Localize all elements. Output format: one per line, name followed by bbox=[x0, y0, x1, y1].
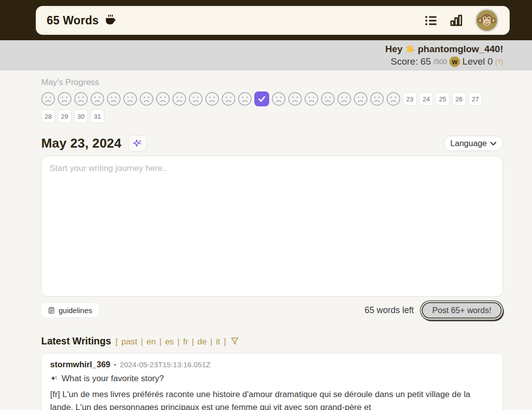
day-27-tile[interactable]: 27 bbox=[468, 92, 482, 106]
language-filters: [past|en|es|fr|de|it] bbox=[116, 337, 226, 347]
filter-bracket-open: [ bbox=[116, 337, 118, 347]
waving-hand-icon bbox=[405, 44, 415, 54]
progress-title: May's Progress bbox=[41, 78, 503, 87]
latest-writings-title: Latest Writings bbox=[41, 335, 111, 347]
monkey-avatar[interactable] bbox=[475, 8, 499, 32]
guidelines-label: guidelines bbox=[59, 306, 92, 315]
filter-fr[interactable]: fr bbox=[183, 337, 188, 347]
progress-row-2: 28293031 bbox=[41, 109, 503, 123]
filter-bracket-close: ] bbox=[224, 337, 226, 347]
day-16-missed-sad-face-icon[interactable] bbox=[288, 92, 302, 106]
list-icon[interactable] bbox=[424, 14, 438, 27]
score-value: 65 bbox=[420, 56, 431, 67]
writing-textarea[interactable] bbox=[41, 156, 503, 297]
level-label: Level 0 bbox=[462, 56, 493, 67]
day-30-tile[interactable]: 30 bbox=[74, 109, 88, 123]
progress-row-1: 2324252627 bbox=[41, 91, 503, 106]
app-header: 65 Words bbox=[0, 0, 532, 40]
prompt-suggest-button[interactable] bbox=[128, 135, 147, 152]
day-29-tile[interactable]: 29 bbox=[58, 109, 72, 123]
main-content: May's Progress 2324252627 28293031 May 2… bbox=[41, 78, 503, 410]
filter-separator: | bbox=[177, 337, 179, 347]
level-help-link[interactable]: (?) bbox=[495, 58, 503, 66]
score-label: Score: bbox=[391, 56, 418, 67]
filter-separator: | bbox=[192, 337, 194, 347]
day-1-missed-sad-face-icon[interactable] bbox=[41, 92, 55, 106]
coffee-cup-icon bbox=[104, 14, 117, 27]
header-bar: 65 Words bbox=[36, 6, 510, 35]
notepad-icon bbox=[48, 307, 55, 314]
day-28-tile[interactable]: 28 bbox=[41, 109, 55, 123]
day-10-missed-sad-face-icon[interactable] bbox=[189, 92, 203, 106]
day-5-missed-sad-face-icon[interactable] bbox=[107, 92, 121, 106]
score-max: /500 bbox=[434, 58, 447, 66]
day-4-missed-sad-face-icon[interactable] bbox=[90, 92, 104, 106]
day-7-missed-sad-face-icon[interactable] bbox=[140, 92, 153, 106]
post-header: stormwhirl_369 • 2024-05-23T15:13:16.051… bbox=[50, 360, 494, 369]
day-12-missed-sad-face-icon[interactable] bbox=[222, 92, 235, 106]
post-button[interactable]: Post 65+ words! bbox=[422, 302, 502, 319]
header-actions bbox=[424, 8, 499, 32]
day-6-missed-sad-face-icon[interactable] bbox=[123, 92, 137, 106]
day-18-missed-sad-face-icon[interactable] bbox=[321, 92, 335, 106]
editor-header: May 23, 2024 Language bbox=[41, 135, 503, 152]
post-timestamp: 2024-05-23T15:13:16.051Z bbox=[120, 360, 211, 369]
words-badge-icon: w bbox=[450, 57, 460, 67]
filter-it[interactable]: it bbox=[216, 337, 221, 347]
post-prompt: What is your favorite story? bbox=[50, 374, 494, 384]
day-15-missed-sad-face-icon[interactable] bbox=[272, 92, 286, 106]
bar-chart-icon[interactable] bbox=[450, 14, 463, 27]
filter-es[interactable]: es bbox=[165, 337, 174, 347]
day-17-missed-sad-face-icon[interactable] bbox=[304, 92, 318, 106]
greeting-hello: Hey bbox=[385, 44, 403, 54]
greeting-banner: Hey phantomglow_440! Score: 65/500 w Lev… bbox=[0, 40, 532, 71]
day-11-missed-sad-face-icon[interactable] bbox=[205, 92, 219, 106]
post-body: [fr] L'un de mes livres préférés raconte… bbox=[50, 388, 494, 410]
post-separator: • bbox=[114, 360, 116, 369]
editor-controls: guidelines 65 words left Post 65+ words! bbox=[41, 302, 503, 319]
filter-separator: | bbox=[159, 337, 161, 347]
filter-past[interactable]: past bbox=[121, 337, 137, 347]
filter-separator: | bbox=[210, 337, 212, 347]
greeting-line: Hey phantomglow_440! bbox=[0, 44, 503, 55]
words-left-counter: 65 words left bbox=[365, 305, 414, 316]
post-card: stormwhirl_369 • 2024-05-23T15:13:16.051… bbox=[41, 353, 503, 410]
day-24-tile[interactable]: 24 bbox=[419, 92, 433, 106]
greeting-username: phantomglow_440! bbox=[418, 44, 503, 54]
latest-writings-header: Latest Writings [past|en|es|fr|de|it] bbox=[41, 335, 503, 347]
app-logo[interactable]: 65 Words bbox=[47, 14, 117, 27]
app-title: 65 Words bbox=[47, 14, 99, 27]
day-31-tile[interactable]: 31 bbox=[90, 109, 104, 123]
score-line: Score: 65/500 w Level 0 (?) bbox=[0, 56, 503, 67]
day-22-missed-sad-face-icon[interactable] bbox=[386, 92, 400, 106]
day-21-missed-sad-face-icon[interactable] bbox=[370, 92, 384, 106]
post-prompt-text: What is your favorite story? bbox=[62, 374, 164, 384]
day-23-tile[interactable]: 23 bbox=[403, 92, 417, 106]
filter-separator: | bbox=[141, 337, 143, 347]
day-9-missed-sad-face-icon[interactable] bbox=[172, 92, 186, 106]
post-author[interactable]: stormwhirl_369 bbox=[50, 360, 110, 369]
language-dropdown[interactable]: Language bbox=[444, 136, 503, 151]
day-8-missed-sad-face-icon[interactable] bbox=[156, 92, 170, 106]
day-19-missed-sad-face-icon[interactable] bbox=[337, 92, 351, 106]
day-25-tile[interactable]: 25 bbox=[436, 92, 450, 106]
sparkle-icon bbox=[50, 375, 58, 383]
day-26-tile[interactable]: 26 bbox=[452, 92, 466, 106]
sparkles-icon bbox=[132, 138, 143, 149]
day-13-missed-sad-face-icon[interactable] bbox=[238, 92, 252, 106]
funnel-icon[interactable] bbox=[230, 337, 239, 345]
guidelines-button[interactable]: guidelines bbox=[41, 303, 99, 318]
day-2-missed-sad-face-icon[interactable] bbox=[58, 92, 72, 106]
filter-de[interactable]: de bbox=[197, 337, 207, 347]
day-20-missed-sad-face-icon[interactable] bbox=[354, 92, 368, 106]
chevron-down-icon bbox=[490, 142, 496, 146]
language-dropdown-label: Language bbox=[451, 139, 487, 148]
day-14-done-check[interactable] bbox=[254, 91, 269, 106]
day-3-missed-sad-face-icon[interactable] bbox=[74, 92, 88, 106]
date-title: May 23, 2024 bbox=[41, 136, 121, 151]
filter-en[interactable]: en bbox=[147, 337, 156, 347]
